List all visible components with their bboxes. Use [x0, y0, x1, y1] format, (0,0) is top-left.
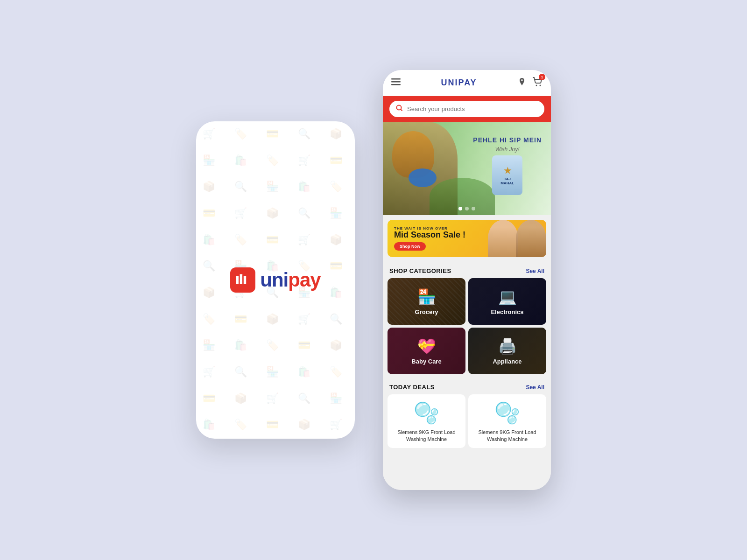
dot-1[interactable]	[458, 207, 462, 210]
app-screen: UNIPAY 1	[383, 70, 551, 490]
shop-categories-see-all[interactable]: See All	[526, 268, 544, 274]
shop-categories-title: SHOP CATEGORIES	[389, 267, 451, 274]
sale-banner-right	[486, 220, 546, 257]
svg-rect-5	[391, 84, 401, 85]
svg-point-6	[536, 85, 537, 86]
banner-tagline-line2: Wish Joy!	[473, 146, 542, 153]
sale-person-2	[516, 220, 546, 257]
deal-item-2[interactable]: 🫧 Siemens 9KG Front Load Washing Machine	[468, 394, 546, 448]
shop-now-button[interactable]: Shop Now	[394, 242, 426, 251]
header-right-icons: 1	[517, 77, 543, 89]
sale-banner[interactable]: THE WAIT IS NOW OVER Mid Season Sale ! S…	[388, 220, 546, 257]
app-header: UNIPAY 1	[383, 70, 551, 96]
logo-icon-box	[230, 267, 255, 293]
category-grocery[interactable]: 🏪 Grocery	[388, 278, 465, 325]
category-babycare[interactable]: 💝 Baby Care	[388, 328, 465, 374]
deal-image-1: 🫧	[414, 401, 439, 425]
cart-badge: 1	[539, 74, 545, 80]
product-box: ★ TAJMAHAL	[492, 155, 522, 195]
deal-name-1: Siemens 9KG Front Load Washing Machine	[392, 429, 461, 443]
search-bar	[389, 101, 544, 117]
hero-banner[interactable]: PEHLE HI SIP MEIN Wish Joy! ★ TAJMAHAL	[383, 122, 551, 215]
sale-banner-left: THE WAIT IS NOW OVER Mid Season Sale ! S…	[388, 222, 486, 255]
logo-uni: uni	[260, 269, 288, 291]
search-bar-section	[383, 96, 551, 122]
tea-cup	[409, 168, 437, 187]
cart-icon[interactable]: 1	[532, 77, 543, 89]
electronics-label: Electronics	[491, 308, 523, 315]
babycare-label: Baby Care	[411, 358, 441, 365]
splash-screen: 🛒🏷️💳🔍📦 🏪🛍️🏷️🛒💳 📦🔍🏪🛍️🏷️ 💳🛒📦🔍🏪 🛍️🏷️💳🛒📦 🔍🏪🛍…	[196, 121, 355, 439]
menu-icon[interactable]	[391, 77, 401, 89]
deal-image-2: 🫧	[494, 401, 520, 425]
search-icon	[396, 105, 403, 113]
dot-2[interactable]	[465, 207, 469, 210]
grocery-label: Grocery	[415, 308, 438, 315]
categories-grid: 🏪 Grocery 💻 Electronics 💝 Baby Care 🖨️ A…	[383, 278, 551, 378]
phone-content: PEHLE HI SIP MEIN Wish Joy! ★ TAJMAHAL	[383, 122, 551, 490]
search-input[interactable]	[407, 105, 538, 112]
babycare-icon: 💝	[417, 337, 436, 355]
svg-rect-1	[240, 274, 242, 284]
svg-rect-3	[391, 78, 401, 80]
sale-main-text: Mid Season Sale !	[394, 231, 479, 240]
app-logo: unipay	[230, 267, 320, 293]
today-deals-header: TODAY DEALS See All	[383, 378, 551, 394]
grocery-icon: 🏪	[417, 288, 436, 306]
appliance-label: Appliance	[493, 358, 521, 365]
category-appliance[interactable]: 🖨️ Appliance	[468, 328, 546, 374]
banner-dots	[458, 207, 475, 210]
electronics-icon: 💻	[498, 288, 517, 306]
sale-person-1	[488, 220, 518, 257]
category-electronics[interactable]: 💻 Electronics	[468, 278, 546, 325]
svg-point-7	[540, 85, 541, 86]
appliance-icon: 🖨️	[498, 337, 517, 355]
location-icon[interactable]	[517, 77, 527, 89]
banner-tagline-line1: PEHLE HI SIP MEIN	[473, 136, 542, 144]
banner-text: PEHLE HI SIP MEIN Wish Joy! ★ TAJMAHAL	[473, 136, 542, 195]
svg-rect-4	[391, 81, 401, 83]
header-title: UNIPAY	[441, 78, 477, 88]
logo-text: unipay	[260, 269, 320, 291]
shop-categories-header: SHOP CATEGORIES See All	[383, 262, 551, 278]
deals-grid: 🫧 Siemens 9KG Front Load Washing Machine…	[383, 394, 551, 453]
today-deals-see-all[interactable]: See All	[526, 384, 544, 391]
deal-name-2: Siemens 9KG Front Load Washing Machine	[473, 429, 542, 443]
dot-3[interactable]	[472, 207, 475, 210]
logo-pay: pay	[288, 269, 320, 291]
svg-rect-2	[244, 276, 246, 284]
today-deals-title: TODAY DEALS	[389, 384, 435, 391]
svg-rect-0	[236, 276, 239, 284]
deal-item-1[interactable]: 🫧 Siemens 9KG Front Load Washing Machine	[388, 394, 465, 448]
